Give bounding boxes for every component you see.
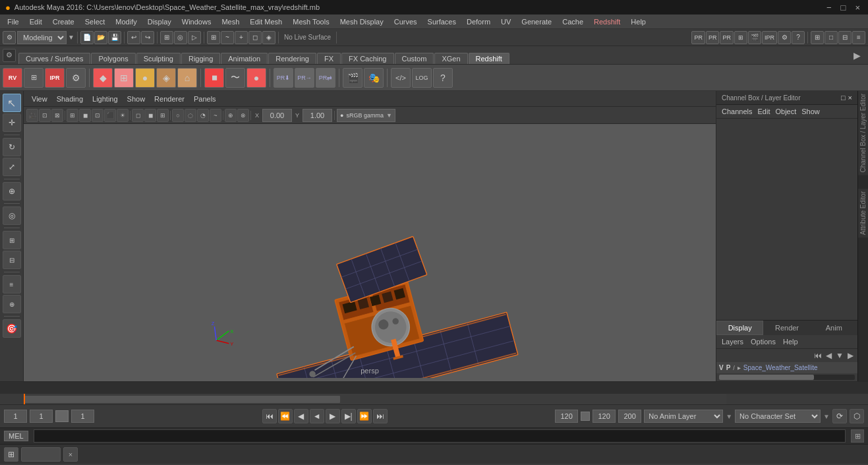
- shelf-tab-sculpting[interactable]: Sculpting: [136, 53, 181, 64]
- step-fwd-btn[interactable]: ⏩: [357, 409, 372, 423]
- char-set-select[interactable]: No Character Set: [735, 410, 821, 423]
- attribute-editor-side-label[interactable]: Attribute Editor: [858, 189, 868, 237]
- menu-curves[interactable]: Curves: [390, 16, 422, 27]
- layer-nav-end-btn[interactable]: ⏮: [813, 351, 823, 360]
- shelf-icon-help[interactable]: ?: [433, 68, 453, 88]
- menu-select[interactable]: Select: [80, 16, 110, 27]
- help-btn[interactable]: ?: [792, 31, 805, 44]
- menu-redshift[interactable]: Redshift: [589, 16, 625, 27]
- vp-tex-btn[interactable]: ⬛: [104, 109, 116, 122]
- shelf-scroll-right[interactable]: ▶: [854, 50, 865, 61]
- status-settings-btn[interactable]: ⊞: [851, 429, 864, 443]
- shelf-icon-rv[interactable]: RV: [3, 68, 22, 88]
- shelf-icon-ipr[interactable]: IPR: [45, 68, 65, 88]
- shelf-icon-shape2[interactable]: ⊞: [114, 68, 134, 88]
- snap-curve-btn[interactable]: ~: [221, 31, 234, 44]
- rp-float-btn[interactable]: □: [841, 94, 846, 102]
- prev-frame-btn[interactable]: ◀: [294, 409, 308, 423]
- layer-btn[interactable]: ⊞: [734, 31, 747, 44]
- snap-grid-btn[interactable]: ⊞: [207, 31, 220, 44]
- x-value-input[interactable]: [262, 109, 292, 122]
- shelf-icon-render2[interactable]: 🎭: [364, 68, 384, 88]
- vp-wire-btn[interactable]: ⊡: [92, 109, 103, 122]
- vp-mo-blur-btn[interactable]: ◌: [185, 109, 196, 122]
- isolate-btn[interactable]: ⊟: [3, 251, 21, 269]
- channels-menu[interactable]: Channels: [719, 107, 755, 116]
- tab-render[interactable]: Render: [763, 321, 810, 335]
- vp-menu-show[interactable]: Show: [123, 94, 150, 104]
- tab-display[interactable]: Display: [716, 321, 763, 335]
- shelf-tab-animation[interactable]: Animation: [221, 53, 268, 64]
- shelf-gear-icon[interactable]: ⚙: [3, 49, 16, 62]
- snap-surface-btn[interactable]: ◈: [262, 31, 275, 44]
- menu-mesh-tools[interactable]: Mesh Tools: [288, 16, 333, 27]
- grid-view-btn[interactable]: ⊞: [811, 31, 824, 44]
- total-frames-input[interactable]: [618, 410, 641, 423]
- range-end-input[interactable]: [555, 410, 578, 423]
- vp-menu-lighting[interactable]: Lighting: [88, 94, 122, 104]
- script-input[interactable]: [34, 429, 846, 443]
- close-button[interactable]: ×: [852, 3, 863, 13]
- scale-tool-btn[interactable]: ⤢: [3, 158, 21, 176]
- frame-indicator[interactable]: [55, 410, 69, 422]
- menu-mesh[interactable]: Mesh: [217, 16, 244, 27]
- vp-camera-btn[interactable]: 🎥: [26, 109, 38, 122]
- save-btn[interactable]: 💾: [108, 31, 121, 44]
- panel-btn[interactable]: ≡: [852, 31, 865, 44]
- lasso-btn[interactable]: ◎: [174, 31, 187, 44]
- menu-help[interactable]: Help: [626, 16, 651, 27]
- minimize-button[interactable]: −: [824, 3, 834, 13]
- vp-shdg-mode-btn[interactable]: ◻: [132, 109, 144, 122]
- shelf-tab-redshift[interactable]: Redshift: [469, 53, 509, 64]
- open-btn[interactable]: 📂: [94, 31, 107, 44]
- shelf-tab-curves[interactable]: Curves / Surfaces: [18, 53, 90, 64]
- menu-file[interactable]: File: [3, 16, 24, 27]
- shelf-icon-pr2[interactable]: PR→: [295, 68, 314, 88]
- shelf-icon-red-cube[interactable]: ◼: [204, 68, 224, 88]
- vp-depth-btn[interactable]: ◔: [197, 109, 209, 122]
- shelf-tab-fx[interactable]: FX: [317, 53, 341, 64]
- y-value-input[interactable]: [303, 109, 332, 122]
- window-icon-btn[interactable]: ⊞: [4, 447, 18, 462]
- step-back-btn[interactable]: ⏪: [278, 409, 293, 423]
- vp-aa-btn[interactable]: ~: [210, 109, 221, 122]
- settings-btn2[interactable]: ⚙: [778, 31, 791, 44]
- shelf-icon-settings[interactable]: ⚙: [66, 68, 86, 88]
- comp-mode-btn[interactable]: ⊕: [3, 295, 21, 313]
- snap-view-btn[interactable]: ◻: [248, 31, 262, 44]
- edit-menu[interactable]: Edit: [755, 107, 772, 116]
- shelf-tab-custom[interactable]: Custom: [395, 53, 434, 64]
- menu-display[interactable]: Display: [143, 16, 176, 27]
- new-scene-btn[interactable]: 📄: [80, 31, 94, 44]
- snap-all-btn[interactable]: 🎯: [3, 319, 21, 338]
- tab-anim[interactable]: Anim: [811, 321, 857, 335]
- vp-shdg-mode2-btn[interactable]: ◼: [144, 109, 156, 122]
- vp-cam2-btn[interactable]: ⊡: [39, 109, 51, 122]
- shelf-icon-render[interactable]: 🎬: [343, 68, 362, 88]
- shelf-icon-wave[interactable]: 〜: [225, 68, 245, 88]
- shelf-icon-shape4[interactable]: ◈: [156, 68, 176, 88]
- goto-start-btn[interactable]: ⏮: [262, 409, 277, 423]
- vp-shading-btn[interactable]: ◼: [79, 109, 91, 122]
- layer-nav-next-btn[interactable]: ▶: [846, 351, 855, 360]
- show-menu[interactable]: Show: [799, 107, 823, 116]
- redo-btn[interactable]: ↪: [141, 31, 154, 44]
- select-tool-btn[interactable]: ↖: [3, 94, 21, 112]
- layer-nav-collapse-btn[interactable]: ▼: [834, 351, 845, 360]
- frame-current-input[interactable]: [30, 410, 53, 423]
- autokey-btn[interactable]: ⟳: [832, 409, 847, 423]
- vp-cam3-btn[interactable]: ⊠: [51, 109, 63, 122]
- vp-menu-view[interactable]: View: [28, 94, 51, 104]
- layer-nav-prev-btn[interactable]: ◀: [825, 351, 833, 360]
- menu-edit[interactable]: Edit: [25, 16, 47, 27]
- shelf-tab-xgen[interactable]: XGen: [434, 53, 467, 64]
- undo-btn[interactable]: ↩: [127, 31, 140, 44]
- menu-generate[interactable]: Generate: [517, 16, 556, 27]
- goto-end-btn[interactable]: ⏭: [373, 409, 388, 423]
- maximize-button[interactable]: □: [838, 3, 849, 13]
- help-layers-menu[interactable]: Help: [780, 337, 801, 346]
- play-back-btn[interactable]: ◄: [310, 409, 324, 423]
- pr1-btn[interactable]: PR: [691, 31, 705, 44]
- attr-btn[interactable]: ≡: [3, 275, 21, 294]
- menu-uv[interactable]: UV: [496, 16, 515, 27]
